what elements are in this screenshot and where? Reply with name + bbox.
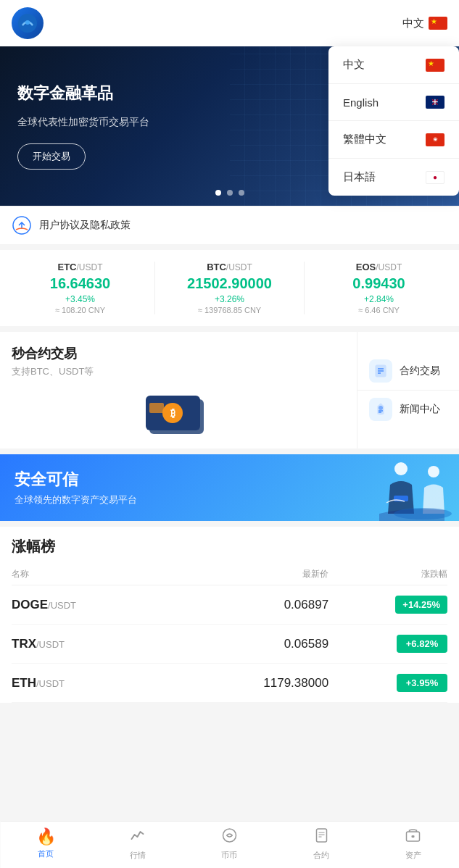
banner-subtitle: 全球代表性加密货币交易平台 xyxy=(17,116,149,129)
etc-price-change: +3.45% xyxy=(12,294,149,304)
table-row[interactable]: ETH/USDT 1179.38000 +3.95% xyxy=(12,664,447,703)
trading-section: 秒合约交易 支持BTC、USDT等 ₿ 合约交易 xyxy=(0,332,459,448)
doge-change: +14.25% xyxy=(328,596,447,614)
promo-title: 安全可信 xyxy=(15,469,137,491)
etc-pair-label: ETC/USDT xyxy=(12,262,149,272)
language-dropdown: 中文 English 繁體中文 ❀ 日本語 xyxy=(328,46,459,196)
price-col-eos[interactable]: EOS/USDT 0.99430 +2.84% ≈ 6.46 CNY xyxy=(305,262,453,314)
doge-name: DOGE/USDT xyxy=(12,598,170,612)
banner-dot-1[interactable] xyxy=(215,190,221,196)
price-ticker-section: ETC/USDT 16.64630 +3.45% ≈ 108.20 CNY BT… xyxy=(0,244,459,326)
flag-uk-icon xyxy=(426,96,444,109)
trx-quote: /USDT xyxy=(36,639,65,650)
eth-change: +3.95% xyxy=(328,674,447,692)
lang-label-english: English xyxy=(343,96,379,109)
svg-text:₿: ₿ xyxy=(170,407,175,419)
trx-base: TRX xyxy=(12,637,36,651)
price-col-etc[interactable]: ETC/USDT 16.64630 +3.45% ≈ 108.20 CNY xyxy=(6,262,155,314)
svg-point-19 xyxy=(394,508,452,519)
lang-item-chinese[interactable]: 中文 xyxy=(328,46,459,84)
lang-item-english[interactable]: English xyxy=(328,84,459,121)
trading-right-panel: 合约交易 新闻中心 xyxy=(357,332,459,448)
market-table-title: 涨幅榜 xyxy=(12,527,447,564)
table-row[interactable]: TRX/USDT 0.06589 +6.82% xyxy=(12,625,447,664)
market-table-header: 名称 最新价 涨跌幅 xyxy=(12,564,447,585)
trx-price: 0.06589 xyxy=(170,637,329,651)
promo-banner[interactable]: 安全可信 全球领先的数字资产交易平台 xyxy=(0,454,459,521)
logo[interactable] xyxy=(12,7,44,39)
trading-title: 秒合约交易 xyxy=(12,345,345,362)
doge-quote: /USDT xyxy=(48,600,76,611)
banner-dot-2[interactable] xyxy=(227,190,233,196)
btc-price-value: 21502.90000 xyxy=(161,275,298,292)
contract-trading-button[interactable]: 合约交易 xyxy=(357,352,459,391)
eth-quote: /USDT xyxy=(36,678,65,689)
doge-change-badge: +14.25% xyxy=(395,596,447,614)
notice-text: 用户协议及隐私政策 xyxy=(39,219,131,232)
price-col-btc[interactable]: BTC/USDT 21502.90000 +3.26% ≈ 139768.85 … xyxy=(155,262,305,314)
flag-cn-icon xyxy=(426,59,444,72)
eth-name: ETH/USDT xyxy=(12,676,170,690)
current-language-label: 中文 xyxy=(402,17,424,30)
svg-point-1 xyxy=(25,20,30,25)
svg-rect-8 xyxy=(149,403,164,413)
svg-point-16 xyxy=(394,462,408,475)
promo-text: 安全可信 全球领先的数字资产交易平台 xyxy=(15,469,137,506)
lang-label-traditional: 繁體中文 xyxy=(343,133,386,146)
doge-price: 0.06897 xyxy=(170,598,329,612)
bitcoin-card-illustration: ₿ xyxy=(146,388,211,435)
news-center-label: 新闻中心 xyxy=(400,403,440,416)
header-price-col: 最新价 xyxy=(170,568,329,580)
etc-price-value: 16.64630 xyxy=(12,275,149,292)
btc-pair-label: BTC/USDT xyxy=(161,262,298,272)
language-button[interactable]: 中文 xyxy=(402,17,447,30)
doge-base: DOGE xyxy=(12,598,48,612)
notice-icon xyxy=(12,215,32,235)
btc-price-cny: ≈ 139768.85 CNY xyxy=(161,306,298,314)
eos-price-cny: ≈ 6.46 CNY xyxy=(310,306,447,314)
contract-trading-label: 合约交易 xyxy=(400,364,440,377)
trx-change-badge: +6.82% xyxy=(397,635,447,653)
news-center-button[interactable]: 新闻中心 xyxy=(357,391,459,428)
eos-pair-label: EOS/USDT xyxy=(310,262,447,272)
start-trading-button[interactable]: 开始交易 xyxy=(17,143,86,170)
banner-title: 数字金融革品 xyxy=(17,83,149,105)
news-icon xyxy=(369,398,392,421)
table-row[interactable]: DOGE/USDT 0.06897 +14.25% xyxy=(12,585,447,625)
promo-subtitle: 全球领先的数字资产交易平台 xyxy=(15,493,137,506)
flag-jp-icon xyxy=(426,171,444,184)
lang-label-chinese: 中文 xyxy=(343,58,365,72)
eos-price-value: 0.99430 xyxy=(310,275,447,292)
btc-price-change: +3.26% xyxy=(161,294,298,304)
eth-base: ETH xyxy=(12,676,36,690)
trx-change: +6.82% xyxy=(328,635,447,653)
header-change-col: 涨跌幅 xyxy=(328,568,447,580)
lang-label-japanese: 日本語 xyxy=(343,170,376,184)
eth-price: 1179.38000 xyxy=(170,676,329,690)
svg-point-13 xyxy=(379,406,383,410)
contract-icon xyxy=(369,359,392,383)
header: 中文 xyxy=(0,0,459,46)
svg-point-18 xyxy=(428,466,439,477)
flag-hk-icon: ❀ xyxy=(426,133,444,146)
trading-left-panel: 秒合约交易 支持BTC、USDT等 ₿ xyxy=(0,332,357,448)
lang-item-japanese[interactable]: 日本語 xyxy=(328,159,459,196)
trx-name: TRX/USDT xyxy=(12,637,170,651)
banner-content: 数字金融革品 全球代表性加密货币交易平台 开始交易 xyxy=(17,83,149,170)
header-name-col: 名称 xyxy=(12,568,170,580)
banner-dot-3[interactable] xyxy=(239,190,244,196)
etc-price-cny: ≈ 108.20 CNY xyxy=(12,306,149,314)
eth-change-badge: +3.95% xyxy=(397,674,447,692)
cn-flag-icon xyxy=(429,17,447,30)
promo-illustration xyxy=(321,461,452,521)
market-table-section: 涨幅榜 名称 最新价 涨跌幅 DOGE/USDT 0.06897 +14.25%… xyxy=(0,527,459,703)
trading-subtitle: 支持BTC、USDT等 xyxy=(12,365,345,378)
notice-bar[interactable]: 用户协议及隐私政策 xyxy=(0,206,459,244)
banner-pagination xyxy=(215,190,244,196)
lang-item-traditional-chinese[interactable]: 繁體中文 ❀ xyxy=(328,121,459,159)
eos-price-change: +2.84% xyxy=(310,294,447,304)
